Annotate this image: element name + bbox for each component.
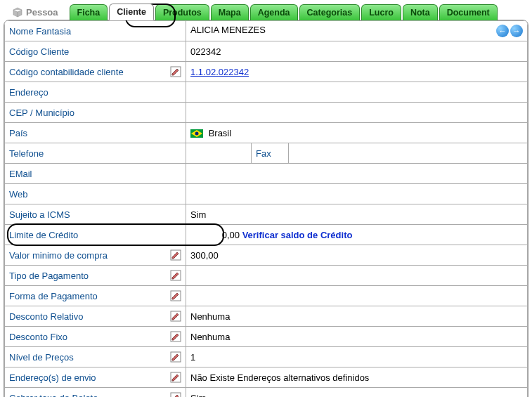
client-form-table: Nome Fantasia ALICIA MENEZES ← → Código … [4,20,528,397]
value-codigo-cliente: 022342 [186,41,528,62]
label-fax: Fax [252,143,289,164]
label-nome-fantasia: Nome Fantasia [5,21,186,41]
tab-ficha[interactable]: Ficha [70,4,108,20]
edit-icon[interactable] [170,392,181,397]
value-fax [289,143,528,164]
value-tipo-pagamento [186,266,528,286]
svg-point-2 [195,132,199,136]
label-endereco: Endereço [5,82,186,103]
value-desconto-relativo: Nenhuma [186,306,528,327]
label-sujeito-icms: Sujeito a ICMS [5,204,186,225]
tab-lucro[interactable]: Lucro [361,4,401,20]
label-codigo-cliente: Código Cliente [5,41,186,62]
label-limite-credito: Limite de Crédito [5,225,186,245]
value-nivel-precos: 1 [186,347,528,367]
value-web [186,184,528,204]
value-sujeito-icms: Sim [186,204,528,225]
edit-icon[interactable] [170,331,181,342]
value-codigo-contab[interactable]: 1.1.02.022342 [186,62,528,82]
value-pais: Brasil [186,123,528,143]
edit-icon[interactable] [170,372,181,383]
tab-agenda[interactable]: Agenda [250,4,298,20]
value-valor-minimo: 300,00 [186,245,528,266]
module-label: Pessoa [11,4,64,20]
tab-mapa[interactable]: Mapa [211,4,249,20]
module-label-text: Pessoa [26,7,58,18]
value-cep-municipio [186,103,528,123]
label-tipo-pagamento: Tipo de Pagamento [5,266,186,286]
label-cep-municipio: CEP / Município [5,103,186,123]
tab-bar: Pessoa Ficha Cliente Produtos Mapa Agend… [11,4,528,20]
label-codigo-contab: Código contabilidade cliente [5,62,186,82]
edit-icon[interactable] [170,351,181,363]
cube-icon [12,6,23,18]
label-cobrar-boleto: Cobrar taxa de Boleto [5,388,186,398]
tab-categorias[interactable]: Categorias [299,4,361,20]
tab-cliente[interactable]: Cliente [109,4,154,20]
client-form-panel: Nome Fantasia ALICIA MENEZES ← → Código … [4,20,528,397]
edit-icon[interactable] [170,290,181,301]
label-desconto-fixo: Desconto Fixo [5,327,186,347]
prev-record-button[interactable]: ← [496,25,509,37]
value-cobrar-boleto: Sim [186,388,528,398]
tab-nota[interactable]: Nota [403,4,438,20]
value-endereco [186,82,528,103]
edit-icon[interactable] [170,66,181,77]
tab-document[interactable]: Document [439,4,498,20]
value-forma-pagamento [186,286,528,306]
value-desconto-fixo: Nenhuma [186,327,528,347]
value-enderecos-envio: Não Existe Endereços alternativos defini… [186,367,528,388]
label-valor-minimo: Valor minimo de compra [5,245,186,266]
edit-icon[interactable] [170,311,181,322]
label-web: Web [5,184,186,204]
label-nivel-precos: Nível de Preços [5,347,186,367]
label-email: EMail [5,164,186,184]
value-email [186,164,528,184]
label-desconto-relativo: Desconto Relativo [5,306,186,327]
label-telefone: Telefone [5,143,186,164]
brazil-flag-icon [190,129,203,138]
value-nome-fantasia: ALICIA MENEZES ← → [186,21,528,41]
tab-produtos[interactable]: Produtos [155,4,209,20]
next-record-button[interactable]: → [510,25,523,37]
label-pais: País [5,123,186,143]
edit-icon[interactable] [170,270,181,281]
label-enderecos-envio: Endereço(s) de envio [5,367,186,388]
value-telefone [186,143,252,164]
label-forma-pagamento: Forma de Pagamento [5,286,186,306]
value-limite-credito: 0,00 Verificar saldo de Crédito [186,225,528,245]
edit-icon[interactable] [170,249,181,261]
verify-credit-link[interactable]: Verificar saldo de Crédito [242,230,353,240]
